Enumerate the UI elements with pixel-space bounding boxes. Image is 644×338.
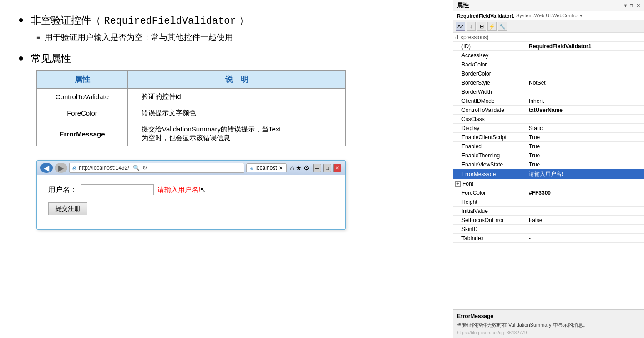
browser-address-bar[interactable]: ℯ http://localhost:1492/ 🔍 ↻ [69,163,244,173]
bullet2-dot: ● [18,53,24,63]
prop-row-bordercolor: BorderColor [453,69,644,78]
component-name: RequiredFieldValidator1 [457,13,514,19]
prop-row-skinid: SkinID [453,225,644,234]
prop-value [526,207,644,215]
property-table: 属性 说 明 ControlToValidate 验证的控件id ForeCol… [36,70,346,146]
table-cell-prop: ControlToValidate [37,89,128,105]
browser-close-button[interactable]: ✕ [333,164,341,172]
prop-value-errormessage: 请输入用户名! [526,169,644,179]
prop-name: ClientIDMode [453,96,526,105]
prop-value: False [526,216,644,224]
right-panel: 属性 ▼ ⊓ ✕ RequiredFieldValidator1 System.… [453,0,644,338]
browser-tab-label: localhost [255,165,277,171]
toolbar-settings-button[interactable]: 🔧 [498,22,507,31]
prop-value: RequiredFieldValidator1 [526,42,644,50]
table-header-desc: 说 明 [128,71,346,89]
browser-star-icon: ★ [296,164,302,172]
prop-name: InitialValue [453,207,526,215]
prop-value [526,33,644,41]
prop-value: True [526,151,644,160]
bullet1-code: RequiredFieldValidator [104,15,236,27]
browser-search-icon: 🔍 [133,165,140,171]
browser-tools-icon: ⚙ [304,164,309,172]
toolbar-sortza-button[interactable]: ↓ [467,22,476,31]
cursor-icon: ↖ [200,186,206,193]
prop-value-font [526,179,644,188]
prop-name: Display [453,124,526,132]
browser-forward-button[interactable]: ▶ [55,163,67,173]
prop-name: BorderWidth [453,87,526,96]
prop-name-forecolor: ForeColor [453,188,526,197]
prop-value [526,197,644,206]
prop-row-cssclass: CssClass [453,115,644,124]
prop-name: CssClass [453,115,526,123]
prop-value [526,225,644,233]
prop-row-borderstyle: BorderStyle NotSet [453,78,644,87]
prop-description-panel: ErrorMessage 当验证的控件无效时在 ValidationSummar… [453,309,644,338]
watermark: https://blog.csdn.net/qq_36482779 [457,330,640,335]
prop-row-controltovalidate: ControlToValidate txtUserName [453,106,644,115]
bullet1-row: ● 非空验证控件（ RequiredFieldValidator ） [18,14,435,27]
form-error-message: 请输入用户名! [157,186,200,194]
prop-row-enabletheming: EnableTheming True [453,151,644,160]
table-cell-prop: ErrorMessage [37,121,128,146]
prop-name: EnableTheming [453,151,526,160]
browser-minimize-button[interactable]: — [313,164,321,172]
toolbar-events-button[interactable]: ⚡ [487,22,497,31]
browser-fav-icon: ⌂ [290,164,294,172]
browser-tab[interactable]: ℯ localhost ✕ [246,163,286,172]
table-header-prop: 属性 [37,71,128,89]
prop-row-display: Display Static [453,124,644,133]
prop-name: Height [453,197,526,206]
prop-desc-text: 当验证的控件无效时在 ValidationSummary 中显示的消息。 [457,321,640,329]
prop-value [526,115,644,123]
browser-maximize-button[interactable]: □ [323,164,331,172]
browser-nav: ◀ ▶ ℯ http://localhost:1492/ 🔍 ↻ ℯ local… [40,163,309,173]
prop-name: EnableClientScript [453,133,526,141]
table-cell-desc: 提交给ValidationSummary的错误提示，当Text为空时，也会显示该… [128,121,346,146]
prop-value: txtUserName [526,106,644,114]
prop-row-initialvalue: InitialValue [453,207,644,216]
browser-tab-close[interactable]: ✕ [279,166,283,171]
prop-name-font: +Font [453,179,526,188]
prop-row-enableclientscript: EnableClientScript True [453,133,644,142]
table-row: ForeColor 错误提示文字颜色 [37,105,346,121]
toolbar-sortaz-button[interactable]: AZ [456,22,465,31]
bullet1-dot: ● [18,15,24,25]
close-button[interactable]: ✕ [636,3,640,9]
prop-value [526,60,644,69]
username-input[interactable] [81,184,154,195]
bullet1-title: 非空验证控件（ RequiredFieldValidator ） [31,14,249,27]
prop-name: BackColor [453,60,526,69]
browser-ie-icon: ℯ [72,164,76,172]
prop-name: SkinID [453,225,526,233]
prop-row-id: (ID) RequiredFieldValidator1 [453,42,644,51]
prop-value: Inherit [526,96,644,105]
prop-value [526,51,644,60]
prop-name: EnableViewState [453,160,526,169]
expand-icon[interactable]: + [455,181,461,187]
prop-value: True [526,133,644,141]
prop-name: AccessKey [453,51,526,60]
submit-button[interactable]: 提交注册 [48,202,87,215]
prop-name: (Expressions) [453,33,526,41]
prop-value [526,69,644,78]
prop-row-tabindex: TabIndex - [453,234,644,243]
submit-row: 提交注册 [48,202,334,215]
prop-name: BorderColor [453,69,526,78]
prop-value: True [526,160,644,169]
bullet2-row: ● 常见属性 [18,52,435,66]
prop-name: (ID) [453,42,526,50]
prop-row-errormessage[interactable]: ErrorMessage 请输入用户名! [453,169,644,179]
prop-row-expressions: (Expressions) [453,33,644,42]
pin-button[interactable]: ▼ ⊓ [623,3,634,9]
prop-value: True [526,142,644,151]
component-header: RequiredFieldValidator1 System.Web.UI.We… [453,11,644,20]
form-row: 用户名： 请输入用户名! ↖ [48,184,334,195]
bullet2-title: 常见属性 [31,52,71,66]
prop-value: NotSet [526,78,644,87]
browser-back-button[interactable]: ◀ [40,163,53,173]
prop-name: Enabled [453,142,526,151]
toolbar-category-button[interactable]: ⊞ [477,22,486,31]
prop-toolbar: AZ ↓ ⊞ ⚡ 🔧 [453,20,644,33]
